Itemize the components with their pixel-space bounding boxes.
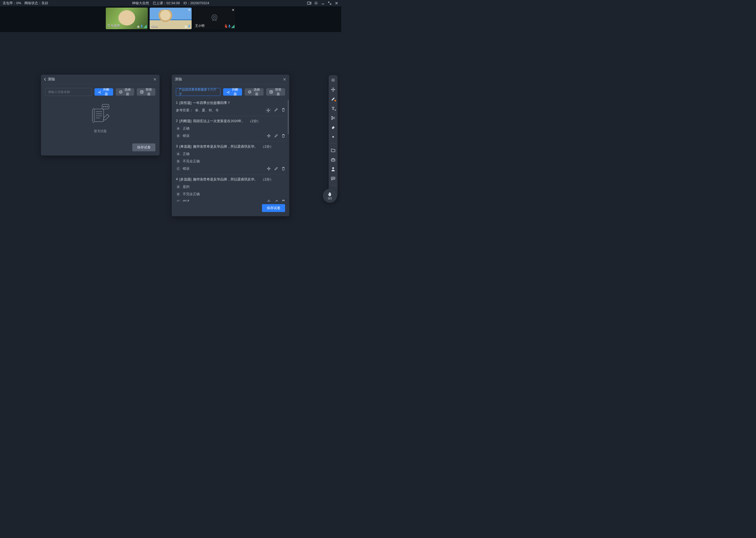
svg-point-3: [138, 27, 139, 27]
question-block: 4[多选题] 施华洛世奇是反华品牌，所以梁鼎琪反华。（2分）A是的B不完全正确C…: [176, 175, 285, 201]
empty-text: 暂无试题: [94, 129, 107, 134]
participant-name: 王小明: [195, 24, 205, 28]
delete-icon[interactable]: [282, 134, 285, 138]
edit-icon[interactable]: [274, 108, 278, 113]
text-tool-icon[interactable]: T: [330, 106, 336, 111]
hand-count: 0/2: [328, 197, 332, 200]
true-false-button[interactable]: 判断题: [95, 88, 113, 96]
option-letter: C: [176, 199, 181, 201]
move-icon[interactable]: [267, 134, 271, 138]
mic-icon: [228, 25, 231, 28]
net-icon: [185, 26, 187, 28]
pointer-tool-icon[interactable]: [330, 77, 336, 83]
question-block: 3[单选题] 施华洛世奇是反华品牌，所以梁鼎琪反华。（2分）A正确B不完全正确C…: [176, 141, 285, 175]
svg-point-15: [103, 106, 104, 107]
question-tag: [多选题]: [179, 177, 191, 182]
scissors-tool-icon[interactable]: [330, 115, 336, 121]
quiz-name-field[interactable]: 产品说试卷名称最多十六个字: [176, 88, 220, 96]
svg-point-6: [186, 27, 186, 27]
move-icon[interactable]: [267, 200, 271, 201]
svg-rect-18: [94, 109, 104, 122]
packet-loss: 丢包率：0%: [3, 1, 21, 6]
edit-icon[interactable]: [274, 167, 278, 171]
move-icon[interactable]: [266, 108, 271, 113]
delete-icon[interactable]: [282, 108, 285, 113]
edit-icon[interactable]: [274, 200, 278, 201]
user-icon[interactable]: [330, 166, 336, 172]
svg-rect-13: [140, 91, 143, 93]
mic-icon: [188, 25, 191, 28]
tool-sidebar: T: [329, 75, 338, 197]
participant-name: 叮当老师: [107, 24, 120, 28]
session-id: ID：2020070324: [183, 1, 209, 6]
empty-state: 暂无试题: [45, 96, 155, 137]
quiz-panel-empty: 测验 判断题 选择题 简答题: [41, 75, 160, 155]
mic-muted-icon: [225, 25, 227, 28]
video-tile[interactable]: ✕ Nina: [150, 8, 192, 29]
svg-point-9: [213, 16, 215, 19]
question-score: （2分）: [261, 144, 273, 149]
multiple-choice-button[interactable]: 选择题: [116, 88, 134, 96]
raise-hand-badge[interactable]: 0/2: [323, 188, 337, 203]
close-window-icon[interactable]: [334, 1, 339, 5]
participant-name: Nina: [151, 25, 158, 28]
camera-toggle-icon[interactable]: [307, 1, 311, 5]
option-letter: C: [176, 166, 181, 171]
option-text: 不完全正确: [183, 192, 200, 196]
folder-icon[interactable]: [330, 147, 336, 153]
signal-icon: [144, 25, 147, 28]
svg-point-30: [334, 178, 334, 179]
svg-rect-11: [229, 25, 230, 27]
scrollbar[interactable]: [288, 100, 289, 188]
quiz-name-input[interactable]: [45, 88, 92, 96]
option-letter: B: [176, 192, 181, 196]
delete-icon[interactable]: [282, 167, 285, 171]
option-text: 不完全正确: [183, 159, 200, 164]
svg-rect-20: [270, 91, 272, 93]
back-button[interactable]: 测验: [44, 77, 55, 82]
video-tile[interactable]: ✕ 王小明: [193, 8, 235, 29]
option-text: 错译: [183, 199, 190, 201]
close-icon[interactable]: [153, 78, 157, 81]
short-answer-button[interactable]: 简答题: [137, 88, 155, 96]
network-status: 网络状态：良好: [24, 1, 48, 6]
signal-icon: [231, 25, 234, 28]
chat-icon[interactable]: [330, 176, 336, 182]
settings-icon[interactable]: [314, 1, 318, 5]
edit-icon[interactable]: [274, 134, 278, 138]
svg-point-29: [333, 178, 333, 179]
multiple-choice-button[interactable]: 选择题: [245, 88, 263, 96]
svg-point-28: [332, 178, 333, 179]
elapsed-time: 已上课：02:34:09: [153, 1, 180, 6]
minimize-icon[interactable]: [321, 1, 325, 5]
video-tile[interactable]: 叮当老师: [106, 8, 148, 29]
top-status-bar: 丢包率：0% 网络状态：良好 神秘大自然 已上课：02:34:09 ID：202…: [0, 0, 341, 6]
question-text: 我国宪法上一次更新是在2020年。: [193, 119, 245, 124]
answer-text: 春、夏、秋、冬: [195, 108, 219, 113]
option-letter: B: [176, 134, 181, 138]
true-false-button[interactable]: 判断题: [223, 88, 242, 96]
svg-rect-7: [189, 25, 190, 27]
save-quiz-button[interactable]: 保存试卷: [132, 143, 155, 151]
option-letter: A: [176, 126, 181, 131]
question-block: 1[简答题] 一年四季分别是哪四季？参考答案：春、夏、秋、冬: [176, 98, 285, 116]
question-tag: [判断题]: [179, 119, 191, 124]
question-score: （2分）: [261, 177, 273, 182]
move-icon[interactable]: [267, 167, 271, 171]
laser-tool-icon[interactable]: [330, 134, 336, 140]
move-tool-icon[interactable]: [330, 87, 336, 92]
short-answer-button[interactable]: 简答题: [266, 88, 285, 96]
tile-close-icon[interactable]: ✕: [188, 8, 191, 12]
svg-point-21: [333, 80, 334, 81]
toolbox-icon[interactable]: [330, 157, 336, 163]
question-tag: [单选题]: [179, 144, 191, 149]
option-text: 正确: [183, 152, 190, 156]
pen-tool-icon[interactable]: [330, 96, 336, 102]
delete-icon[interactable]: [282, 200, 285, 201]
svg-point-24: [332, 136, 334, 138]
close-icon[interactable]: [283, 78, 286, 81]
save-quiz-button[interactable]: 保存试卷: [262, 204, 285, 212]
question-index: 3: [176, 144, 178, 149]
eraser-tool-icon[interactable]: [330, 125, 336, 130]
expand-icon[interactable]: [328, 1, 332, 5]
